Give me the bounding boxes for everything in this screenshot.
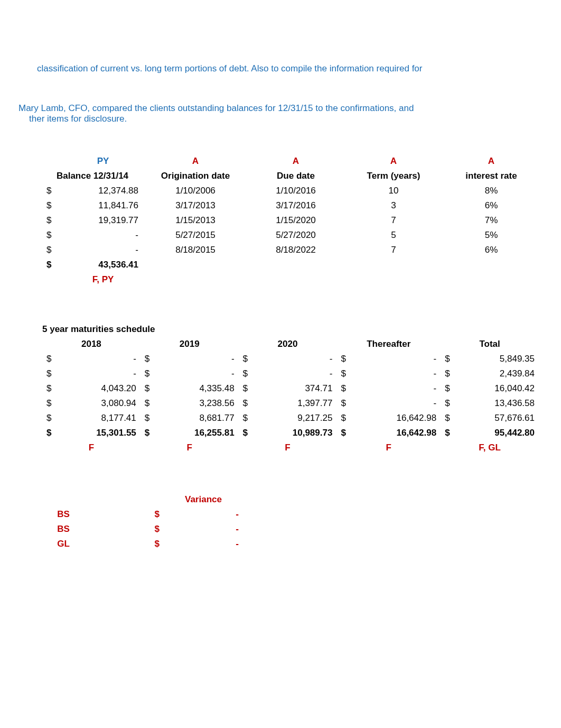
cell-thereafter: 16,642.98: [354, 411, 441, 426]
table-row: $ - 8/18/2015 8/18/2022 7 6%: [42, 243, 539, 257]
currency-sym: $: [85, 522, 164, 537]
currency-sym: $: [42, 352, 60, 366]
currency-sym: $: [441, 381, 458, 396]
currency-sym: $: [141, 381, 158, 396]
cell-2018: 8,177.41: [60, 411, 141, 426]
currency-sym: $: [336, 426, 354, 440]
table-row: BS $ -: [42, 507, 243, 522]
table-row: $ - $ - $ - $ - $ 2,439.84: [42, 366, 539, 381]
currency-sym: $: [441, 366, 458, 381]
cell-total: 16,040.42: [458, 381, 539, 396]
currency-sym: $: [42, 257, 63, 272]
cell-2019: 8,681.77: [158, 411, 239, 426]
foot-tag-row: F F F F F, GL: [42, 440, 539, 455]
tag-f: F: [141, 440, 239, 455]
cell-thereafter: -: [354, 366, 441, 381]
cell-term: 7: [343, 213, 444, 228]
total-row: $ 43,536.41: [42, 257, 539, 272]
cell-balance: -: [63, 228, 143, 243]
cell-due: 5/27/2020: [248, 228, 343, 243]
currency-sym: $: [141, 426, 158, 440]
currency-sym: $: [42, 213, 63, 228]
label-gl: GL: [42, 537, 85, 551]
cell-term: 5: [343, 228, 444, 243]
label-bs: BS: [42, 522, 85, 537]
col-due: Due date: [248, 169, 343, 183]
note-classification: classification of current vs. long term …: [37, 63, 535, 74]
col-rate: interest rate: [444, 169, 539, 183]
cell-2020: -: [256, 352, 336, 366]
tag-a-3: A: [343, 154, 444, 169]
header-row: Variance: [42, 492, 243, 507]
maturities-table: 2018 2019 2020 Thereafter Total $ - $ - …: [42, 337, 539, 455]
col-balance: Balance 12/31/14: [42, 169, 143, 183]
cell-rate: 5%: [444, 228, 539, 243]
currency-sym: $: [239, 426, 256, 440]
cell-2020: 1,397.77: [256, 396, 336, 411]
cell-2020: 374.71: [256, 381, 336, 396]
cell-term: 10: [343, 183, 444, 198]
cell-thereafter: -: [354, 381, 441, 396]
cell-total: 57,676.61: [458, 411, 539, 426]
cell-2018: -: [60, 366, 141, 381]
currency-sym: $: [336, 396, 354, 411]
cell-2019: -: [158, 352, 239, 366]
maturities-title: 5 year maturities schedule: [42, 324, 535, 335]
cell-term: 3: [343, 198, 444, 213]
foot-tag-row: F, PY: [42, 272, 539, 287]
col-variance: Variance: [164, 492, 243, 507]
cell-orig: 8/18/2015: [143, 243, 248, 257]
col-thereafter: Thereafter: [336, 337, 441, 352]
currency-sym: $: [141, 366, 158, 381]
currency-sym: $: [239, 381, 256, 396]
note-line-b: ther items for disclosure.: [29, 114, 535, 124]
currency-sym: $: [336, 366, 354, 381]
col-total: Total: [441, 337, 539, 352]
currency-sym: $: [441, 396, 458, 411]
tag-f: F: [336, 440, 441, 455]
tag-fpy: F, PY: [63, 272, 143, 287]
cell-2020: -: [256, 366, 336, 381]
cell-rate: 8%: [444, 183, 539, 198]
cell-balance: 12,374.88: [63, 183, 143, 198]
cell-total: 13,436.58: [458, 396, 539, 411]
currency-sym: $: [441, 352, 458, 366]
currency-sym: $: [85, 507, 164, 522]
col-2019: 2019: [141, 337, 239, 352]
table-row: $ 19,319.77 1/15/2013 1/15/2020 7 7%: [42, 213, 539, 228]
currency-sym: $: [42, 243, 63, 257]
currency-sym: $: [141, 352, 158, 366]
currency-sym: $: [42, 366, 60, 381]
cell-total: 43,536.41: [63, 257, 143, 272]
cell-due: 8/18/2022: [248, 243, 343, 257]
note-mary-lamb: Mary Lamb, CFO, compared the clients out…: [18, 103, 535, 125]
cell-thereafter: -: [354, 396, 441, 411]
cell-2018: -: [60, 352, 141, 366]
variance-table: Variance BS $ - BS $ - GL $ -: [42, 492, 243, 551]
table-row: GL $ -: [42, 537, 243, 551]
col-origination: Origination date: [143, 169, 248, 183]
tag-py: PY: [63, 154, 143, 169]
cell-term: 7: [343, 243, 444, 257]
cell-rate: 7%: [444, 213, 539, 228]
tag-f: F: [42, 440, 141, 455]
total-2020: 10,989.73: [256, 426, 336, 440]
cell-orig: 1/10/2006: [143, 183, 248, 198]
cell-2019: -: [158, 366, 239, 381]
col-2018: 2018: [42, 337, 141, 352]
currency-sym: $: [336, 381, 354, 396]
table-row: $ 12,374.88 1/10/2006 1/10/2016 10 8%: [42, 183, 539, 198]
cell-2019: 4,335.48: [158, 381, 239, 396]
table-row: $ 8,177.41 $ 8,681.77 $ 9,217.25 $ 16,64…: [42, 411, 539, 426]
cell-2018: 3,080.94: [60, 396, 141, 411]
currency-sym: $: [141, 396, 158, 411]
currency-sym: $: [239, 366, 256, 381]
cell-total: 5,849.35: [458, 352, 539, 366]
cell-orig: 5/27/2015: [143, 228, 248, 243]
variance-value: -: [164, 507, 243, 522]
currency-sym: $: [336, 352, 354, 366]
label-bs: BS: [42, 507, 85, 522]
currency-sym: $: [141, 411, 158, 426]
table-row: $ 4,043.20 $ 4,335.48 $ 374.71 $ - $ 16,…: [42, 381, 539, 396]
currency-sym: $: [85, 537, 164, 551]
